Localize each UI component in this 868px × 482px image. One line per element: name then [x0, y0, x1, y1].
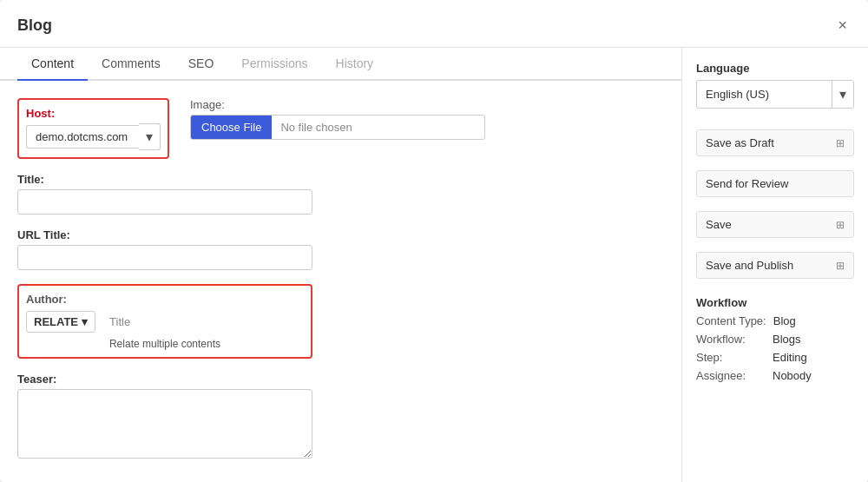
workflow-step-key: Step:: [696, 351, 766, 364]
host-label: Host:: [26, 107, 161, 120]
language-section: Language English (US) ▾: [696, 62, 854, 119]
tab-history: History: [322, 48, 388, 81]
save-icon: ⊞: [836, 219, 845, 231]
host-image-row: Host: demo.dotcms.com ▾ Image: Choose Fi…: [17, 98, 664, 159]
image-section: Image: Choose File No file chosen: [190, 98, 664, 159]
workflow-assignee-row: Assignee: Nobody: [696, 369, 854, 382]
modal-body: Content Comments SEO Permissions History…: [0, 48, 868, 482]
url-title-label: URL Title:: [17, 228, 312, 241]
author-inner: Author: RELATE ▾ Title Relate multiple c…: [26, 293, 304, 350]
close-button[interactable]: ×: [834, 14, 851, 36]
blog-modal: Blog × Content Comments SEO Permissions …: [0, 0, 868, 482]
author-group: Author: RELATE ▾ Title Relate multiple c…: [17, 284, 312, 359]
workflow-section: Workflow Content Type: Blog Workflow: Bl…: [696, 296, 854, 387]
save-as-draft-icon: ⊞: [836, 137, 845, 149]
workflow-assignee-value: Nobody: [773, 369, 812, 382]
save-and-publish-label: Save and Publish: [706, 259, 793, 272]
modal-header: Blog ×: [0, 0, 868, 48]
workflow-workflow-value: Blogs: [773, 333, 801, 346]
save-and-publish-icon: ⊞: [836, 260, 845, 272]
title-row: Title:: [17, 173, 664, 215]
relate-multiple-link[interactable]: Relate multiple contents: [26, 338, 304, 350]
title-label: Title:: [17, 173, 312, 186]
save-label: Save: [706, 218, 732, 231]
main-content: Content Comments SEO Permissions History…: [0, 48, 681, 482]
author-relate-row: RELATE ▾ Title: [26, 311, 304, 333]
workflow-section-label: Workflow: [696, 296, 854, 309]
teaser-group: Teaser:: [17, 373, 312, 459]
workflow-step-value: Editing: [773, 351, 807, 364]
host-dropdown-arrow[interactable]: ▾: [139, 123, 161, 150]
teaser-input[interactable]: [17, 389, 312, 459]
file-placeholder: No file chosen: [272, 116, 484, 139]
url-title-row: URL Title:: [17, 228, 664, 270]
file-input-row: Choose File No file chosen: [190, 115, 485, 140]
author-title-placeholder: Title: [102, 312, 137, 332]
choose-file-button[interactable]: Choose File: [191, 116, 272, 139]
teaser-row: Teaser:: [17, 373, 664, 459]
relate-button[interactable]: RELATE ▾: [26, 311, 95, 333]
title-input[interactable]: [17, 189, 312, 215]
save-as-draft-button[interactable]: Save as Draft ⊞: [696, 129, 854, 156]
language-select-row: English (US) ▾: [696, 80, 854, 109]
relate-arrow-icon: ▾: [82, 315, 88, 328]
url-title-group: URL Title:: [17, 228, 312, 270]
workflow-workflow-row: Workflow: Blogs: [696, 333, 854, 346]
host-value: demo.dotcms.com: [26, 125, 139, 149]
sidebar: Language English (US) ▾ Save as Draft ⊞ …: [681, 48, 868, 482]
workflow-step-row: Step: Editing: [696, 351, 854, 364]
relate-label: RELATE: [34, 315, 78, 328]
language-value: English (US): [697, 83, 832, 106]
tabs-bar: Content Comments SEO Permissions History: [0, 48, 681, 81]
url-title-input[interactable]: [17, 245, 312, 270]
host-select: demo.dotcms.com ▾: [26, 123, 161, 150]
language-dropdown-arrow[interactable]: ▾: [832, 81, 853, 108]
modal-title: Blog: [17, 17, 52, 35]
send-for-review-button[interactable]: Send for Review: [696, 170, 854, 197]
workflow-assignee-key: Assignee:: [696, 369, 766, 382]
tab-content[interactable]: Content: [17, 48, 88, 81]
language-section-label: Language: [696, 62, 854, 75]
author-row: Author: RELATE ▾ Title Relate multiple c…: [17, 284, 664, 359]
image-label: Image:: [190, 98, 664, 111]
workflow-workflow-key: Workflow:: [696, 333, 766, 346]
workflow-content-type-row: Content Type: Blog: [696, 314, 854, 327]
save-and-publish-button[interactable]: Save and Publish ⊞: [696, 252, 854, 279]
tab-seo[interactable]: SEO: [174, 48, 228, 81]
workflow-content-type-key: Content Type:: [696, 314, 766, 327]
host-inner: Host: demo.dotcms.com ▾: [26, 107, 161, 150]
workflow-content-type-value: Blog: [773, 314, 796, 327]
author-label: Author:: [26, 293, 304, 306]
save-as-draft-label: Save as Draft: [706, 136, 774, 149]
send-for-review-label: Send for Review: [706, 177, 788, 190]
title-group: Title:: [17, 173, 312, 215]
teaser-label: Teaser:: [17, 373, 312, 386]
save-button[interactable]: Save ⊞: [696, 211, 854, 238]
tab-comments[interactable]: Comments: [88, 48, 174, 81]
content-area: Host: demo.dotcms.com ▾ Image: Choose Fi…: [0, 81, 681, 482]
host-group: Host: demo.dotcms.com ▾: [17, 98, 169, 159]
tab-permissions: Permissions: [227, 48, 321, 81]
